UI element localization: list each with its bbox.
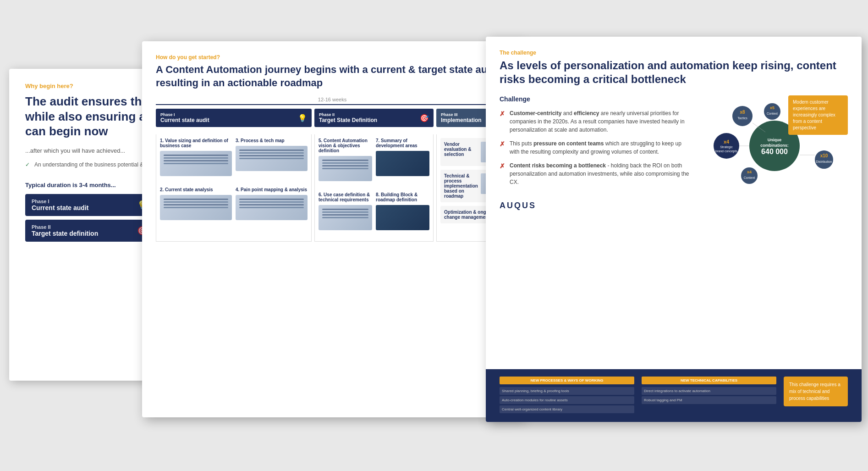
proc-item-3: Central well-organized content library: [500, 405, 634, 413]
phase2-header-icon: 🎯: [420, 114, 429, 122]
new-technical-header: NEW TECHNICAL CAPABILITIES: [642, 377, 776, 384]
slide-main: How do you get started? A Content Automa…: [142, 41, 522, 417]
step1-block: 1. Value sizing and definition of busine…: [160, 138, 232, 180]
phases-content: 1. Value sizing and definition of busine…: [156, 134, 509, 242]
orange-callout-top: Modern customer experiences are increasi…: [788, 95, 848, 135]
step8-image: [376, 205, 429, 230]
step7-block: 7. Summary of development areas: [376, 138, 429, 185]
phase3-header-name: Implementation: [441, 117, 482, 123]
step6-image: [319, 205, 372, 230]
challenge-label: The challenge: [500, 50, 848, 56]
svg-text:Distribution: Distribution: [816, 160, 832, 163]
step5-image: [319, 156, 372, 181]
step8-title: 8. Building Block & roadmap definition: [376, 192, 429, 202]
svg-text:combinations:: combinations:: [760, 143, 789, 148]
step4-title: 4. Pain point mapping & analysis: [236, 187, 308, 192]
svg-text:x4: x4: [724, 139, 730, 144]
phase2-label: Phase II: [32, 224, 98, 230]
step5-block: 5. Content Automation vision & objective…: [319, 138, 372, 185]
capabilities-section: NEW PROCESSES & WAYS OF WORKING Shared p…: [486, 369, 862, 422]
network-viz: Modern customer experiences are increasi…: [701, 95, 848, 196]
slide-right: The challenge As levels of personalizati…: [486, 37, 862, 422]
vendor-text: Vendor evaluation & selection: [444, 142, 478, 157]
step3-image: [236, 146, 308, 171]
svg-text:Unique: Unique: [768, 138, 782, 142]
phase3-header-label: Phase III: [441, 112, 482, 117]
svg-text:Content: Content: [744, 176, 755, 179]
challenge-item-3: ✗ Content risks becoming a bottleneck - …: [500, 161, 692, 186]
phase1-section: 1. Value sizing and definition of busine…: [156, 134, 312, 242]
new-processes-header: NEW PROCESSES & WAYS OF WORKING: [500, 377, 634, 384]
how-get-started-label: How do you get started?: [156, 54, 509, 61]
step1-image: [160, 151, 232, 176]
challenge-item-1: ✗ Customer-centricity and efficiency are…: [500, 109, 692, 134]
challenge-text-1: Customer-centricity and efficiency are n…: [510, 109, 692, 134]
challenge-text-2: This puts pressure on content teams whic…: [510, 139, 692, 156]
step6-block: 6. Use case definition & technical requi…: [319, 192, 372, 234]
x-mark-3: ✗: [500, 161, 505, 186]
timeline-arrow: [156, 104, 509, 105]
step2-block: 2. Current state analysis: [160, 187, 232, 224]
svg-text:x4: x4: [747, 170, 752, 174]
phase2-name: Target state definition: [32, 230, 98, 237]
challenge-row: Challenge ✗ Customer-centricity and effi…: [500, 95, 848, 196]
new-technical-col: NEW TECHNICAL CAPABILITIES Direct integr…: [642, 377, 776, 405]
phase1-label: Phase I: [32, 199, 88, 204]
step5-title: 5. Content Automation vision & objective…: [319, 138, 372, 153]
challenge-text-3: Content risks becoming a bottleneck - ho…: [510, 161, 692, 186]
step2-image: [160, 195, 232, 220]
slide-container: Why begin here? The audit ensures that y…: [0, 0, 868, 471]
phase2-box: Phase II Target state definition 🎯: [25, 220, 154, 242]
phase3-header-text: Phase III Implementation: [441, 112, 482, 123]
step3-block: 3. Process & tech map: [236, 138, 308, 180]
main-headline: A Content Automation journey begins with…: [156, 63, 509, 89]
phase2-text: Phase II Target state definition: [32, 224, 98, 237]
phase1-box: Phase I Current state audit 💡: [25, 194, 154, 216]
step7-image: [376, 151, 429, 176]
step2-title: 2. Current state analysis: [160, 187, 232, 192]
svg-text:x5: x5: [770, 105, 775, 110]
orange-bottom-callout-wrapper: This challenge requires a mix of technic…: [784, 377, 848, 406]
tech-item-2: Robust tagging and PM: [642, 396, 776, 404]
step6-title: 6. Use case definition & technical requi…: [319, 192, 372, 202]
step4-block: 4. Pain point mapping & analysis: [236, 187, 308, 224]
phase2-grid: 5. Content Automation vision & objective…: [319, 138, 429, 238]
svg-text:Strategic: Strategic: [720, 145, 733, 149]
technical-text: Technical & process implementation based…: [444, 173, 478, 199]
weeks-label: 12-16 weeks: [156, 97, 509, 102]
brand-label: auqus: [500, 201, 848, 211]
step7-title: 7. Summary of development areas: [376, 138, 429, 148]
step1-title: 1. Value sizing and definition of busine…: [160, 138, 232, 148]
right-headline: As levels of personalization and automat…: [500, 59, 848, 86]
phase2-section: 5. Content Automation vision & objective…: [314, 134, 434, 242]
phase1-header: Phase I Current state audit 💡: [156, 109, 312, 127]
challenge-subhead: Challenge: [500, 95, 692, 103]
phases-wrapper: Phase I Current state audit 💡 Phase II T…: [25, 194, 154, 245]
proc-item-2: Auto-creation modules for routine assets: [500, 396, 634, 404]
phase1-name: Current state audit: [32, 204, 88, 211]
x-mark-2: ✗: [500, 139, 505, 156]
svg-text:Context: Context: [767, 112, 778, 115]
slide-right-top: The challenge As levels of personalizati…: [486, 37, 862, 220]
phases-header-row: Phase I Current state audit 💡 Phase II T…: [156, 109, 509, 127]
challenge-item-2: ✗ This puts pressure on content teams wh…: [500, 139, 692, 156]
phase1-header-icon: 💡: [298, 114, 307, 122]
phase1-text: Phase I Current state audit: [32, 199, 88, 211]
svg-text:brand concepts: brand concepts: [715, 150, 737, 153]
phase2-header-label: Phase II: [319, 112, 377, 117]
new-processes-col: NEW PROCESSES & WAYS OF WORKING Shared p…: [500, 377, 634, 415]
phase2-header-name: Target State Definition: [319, 117, 377, 123]
phase1-header-name: Current state audit: [160, 117, 209, 123]
step3-title: 3. Process & tech map: [236, 138, 308, 143]
svg-text:x10: x10: [820, 153, 828, 158]
tech-item-1: Direct integrations to activate automati…: [642, 387, 776, 395]
phase2-header-text: Phase II Target State Definition: [319, 112, 377, 123]
phase1-header-label: Phase I: [160, 112, 209, 117]
phase1-header-text: Phase I Current state audit: [160, 112, 209, 123]
step4-image: [236, 195, 308, 220]
phase1-grid: 1. Value sizing and definition of busine…: [160, 138, 308, 227]
challenge-text-col: Challenge ✗ Customer-centricity and effi…: [500, 95, 692, 196]
x-mark-1: ✗: [500, 109, 505, 134]
orange-bottom-callout: This challenge requires a mix of technic…: [784, 377, 848, 406]
svg-point-8: [732, 106, 753, 126]
